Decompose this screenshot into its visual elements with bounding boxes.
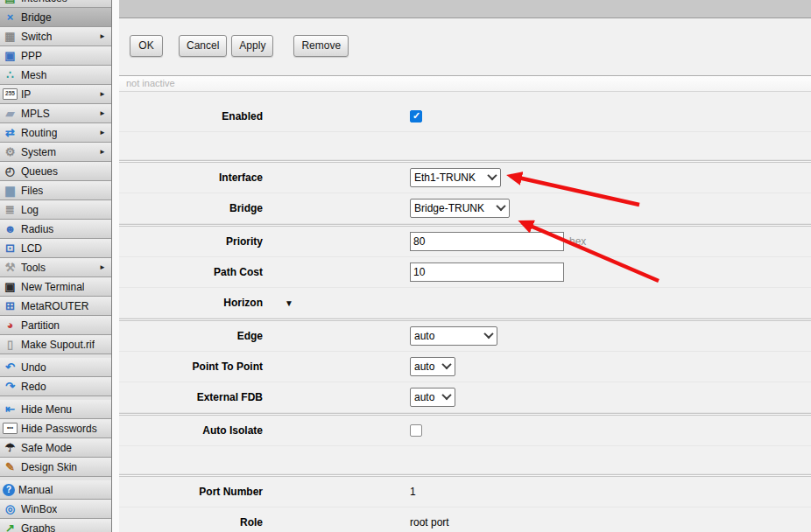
sidebar-item-manual[interactable]: ?Manual [0, 480, 111, 500]
edge-select[interactable]: auto [410, 326, 497, 346]
submenu-arrow-icon: ► [99, 109, 108, 117]
sidebar-item-label: Safe Mode [21, 442, 72, 454]
make-supout-icon: ▯ [3, 339, 18, 351]
bridge-select[interactable]: Bridge-TRUNK [410, 199, 510, 218]
remove-button[interactable]: Remove [293, 35, 349, 57]
sidebar-item-ip[interactable]: 255IP► [0, 85, 111, 104]
horizon-expander-icon[interactable]: ▼ [285, 298, 293, 308]
sidebar-item-label: New Terminal [21, 281, 84, 293]
sidebar-item-graphs[interactable]: ↗Graphs [0, 519, 111, 532]
sidebar-item-routing[interactable]: ⇄Routing► [0, 123, 111, 143]
external-fdb-select[interactable]: auto [410, 388, 455, 407]
edge-label: Edge [119, 321, 263, 351]
sidebar-item-tools[interactable]: ⚒Tools► [0, 258, 111, 277]
sidebar-item-hide-menu[interactable]: ⇤Hide Menu [0, 400, 111, 419]
sidebar-group: ⇤Hide Menu•••Hide Passwords☂Safe Mode✎De… [0, 400, 111, 477]
spacer-row [119, 132, 811, 160]
sidebar-item-design-skin[interactable]: ✎Design Skin [0, 458, 111, 477]
interface-row: InterfaceEth1-TRUNK [119, 163, 811, 193]
bridge-select-value: Bridge-TRUNK [414, 202, 484, 214]
tools-icon: ⚒ [3, 262, 18, 274]
sidebar-item-ppp[interactable]: ▣PPP [0, 46, 111, 66]
submenu-arrow-icon: ► [99, 32, 108, 40]
edge-row: Edgeauto [119, 321, 811, 352]
sidebar-item-lcd[interactable]: ⊡LCD [0, 239, 111, 258]
ok-button[interactable]: OK [130, 35, 163, 57]
port-number-value: 1 [410, 486, 416, 498]
port-number-row: Port Number1 [119, 477, 811, 508]
sidebar-group: ▤Interfaces×Bridge▦Switch►▣PPP∴Mesh255IP… [0, 0, 111, 354]
enabled-checkbox[interactable] [410, 110, 422, 122]
mpls-icon: ▰ [3, 108, 18, 120]
interface-select[interactable]: Eth1-TRUNK [410, 168, 501, 187]
redo-icon: ↷ [3, 381, 18, 393]
sidebar-item-label: Bridge [21, 11, 52, 24]
sidebar-item-label: Interfaces [21, 0, 67, 4]
sidebar-item-files[interactable]: ▆Files [0, 181, 111, 200]
sidebar-item-label: PPP [21, 50, 42, 62]
sidebar-item-interfaces[interactable]: ▤Interfaces [0, 0, 111, 8]
sidebar-item-system[interactable]: ⚙System► [0, 143, 111, 162]
ip-icon: 255 [3, 88, 18, 100]
path-cost-row: Path Cost [119, 257, 811, 288]
priority-input[interactable] [410, 232, 564, 251]
sidebar-item-label: MetaROUTER [21, 300, 88, 312]
external-fdb-label: External FDB [119, 382, 263, 412]
submenu-arrow-icon: ► [99, 129, 108, 136]
sidebar-item-label: Switch [21, 31, 52, 43]
sidebar-item-label: Routing [21, 127, 57, 139]
auto-isolate-row: Auto Isolate [119, 416, 811, 446]
sidebar-item-safe-mode[interactable]: ☂Safe Mode [0, 438, 111, 458]
role-value: root port [410, 516, 449, 528]
radius-icon: ☻ [3, 223, 18, 235]
sidebar-item-mesh[interactable]: ∴Mesh [0, 66, 111, 85]
sidebar-item-radius[interactable]: ☻Radius [0, 220, 111, 239]
sidebar-group: ?Manual◎WinBox↗Graphs [0, 480, 111, 532]
sidebar-item-undo[interactable]: ↶Undo [0, 358, 111, 377]
sidebar-item-winbox[interactable]: ◎WinBox [0, 500, 111, 519]
chevron-down-icon [496, 201, 505, 211]
sidebar-item-switch[interactable]: ▦Switch► [0, 27, 111, 46]
sidebar-item-label: Hide Menu [21, 403, 72, 416]
sidebar-item-label: Radius [21, 223, 53, 235]
sidebar-item-label: WinBox [21, 503, 57, 515]
horizon-row: Horizon▼ [119, 288, 811, 318]
point-to-point-select-value: auto [414, 360, 434, 373]
sidebar-item-partition[interactable]: ◕Partition [0, 316, 111, 335]
sidebar-item-redo[interactable]: ↷Redo [0, 377, 111, 396]
hide-passwords-icon: ••• [3, 423, 18, 434]
submenu-arrow-icon: ► [99, 90, 108, 98]
sidebar-item-metarouter[interactable]: ⊞MetaROUTER [0, 297, 111, 316]
sidebar-item-mpls[interactable]: ▰MPLS► [0, 104, 111, 123]
path-cost-input[interactable] [410, 262, 564, 282]
horizon-label: Horizon [119, 288, 263, 318]
toolbar: OKCancelApplyRemove [130, 35, 349, 57]
chevron-down-icon [441, 390, 451, 400]
sidebar-item-label: LCD [21, 242, 42, 255]
sidebar-item-queues[interactable]: ◴Queues [0, 162, 111, 181]
system-icon: ⚙ [3, 146, 18, 158]
sidebar-item-bridge[interactable]: ×Bridge [0, 8, 111, 27]
safe-mode-icon: ☂ [3, 442, 18, 454]
sidebar-item-new-terminal[interactable]: ▣New Terminal [0, 277, 111, 297]
sidebar-item-label: Tools [21, 262, 46, 274]
routing-icon: ⇄ [3, 127, 18, 139]
apply-button[interactable]: Apply [231, 35, 273, 57]
cancel-button[interactable]: Cancel [179, 35, 227, 57]
sidebar-item-label: Hide Passwords [21, 423, 97, 435]
sidebar-item-log[interactable]: ≣Log [0, 200, 111, 220]
chevron-down-icon [487, 171, 497, 180]
port-number-label: Port Number [119, 477, 263, 507]
chevron-down-icon [483, 329, 493, 339]
sidebar-group: ↶Undo↷Redo [0, 358, 111, 396]
point-to-point-select[interactable]: auto [410, 357, 455, 376]
path-cost-label: Path Cost [119, 257, 263, 287]
auto-isolate-checkbox[interactable] [410, 424, 422, 437]
app-window: ▤Interfaces×Bridge▦Switch►▣PPP∴Mesh255IP… [0, 0, 811, 532]
sidebar-item-hide-passwords[interactable]: •••Hide Passwords [0, 419, 111, 438]
sidebar-item-make-supout[interactable]: ▯Make Supout.rif [0, 335, 111, 354]
external-fdb-row: External FDBauto [119, 382, 811, 413]
role-label: Role [119, 508, 263, 532]
enabled-label: Enabled [119, 102, 263, 131]
sidebar-item-label: Redo [21, 381, 46, 393]
